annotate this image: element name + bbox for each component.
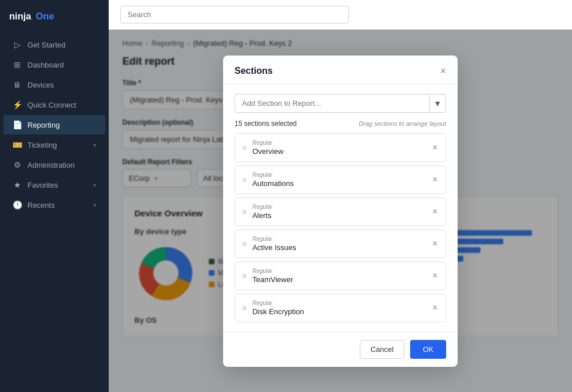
modal-close-button[interactable]: × xyxy=(440,66,446,76)
section-name: Alerts xyxy=(252,211,425,220)
modal-body: ▾ 15 sections selected Drag sections to … xyxy=(223,85,458,331)
section-type: Regular xyxy=(252,204,425,210)
sidebar-item-administration[interactable]: ⚙ Administration xyxy=(3,155,105,175)
section-list-item: ≡ Regular Active Issues × xyxy=(235,229,446,258)
section-info: Regular TeamViewer xyxy=(252,268,425,284)
section-type: Regular xyxy=(252,236,425,242)
get-started-icon: ▷ xyxy=(13,40,22,49)
section-remove-button[interactable]: × xyxy=(431,142,439,153)
sidebar-item-favorites[interactable]: ★ Favorites ▾ xyxy=(3,175,105,195)
dashboard-icon: ⊞ xyxy=(13,60,22,69)
section-info: Regular Alerts xyxy=(252,204,425,220)
administration-icon: ⚙ xyxy=(13,160,22,169)
section-info: Regular Active Issues xyxy=(252,236,425,252)
section-name: Automations xyxy=(252,179,425,188)
section-list-item: ≡ Regular Automations × xyxy=(235,165,446,194)
sidebar-item-label: Recents xyxy=(27,201,55,209)
modal-footer: Cancel OK xyxy=(223,331,458,367)
sidebar-nav: ▷ Get Started ⊞ Dashboard 🖥 Devices ⚡ Qu… xyxy=(0,32,109,392)
modal-title: Sections xyxy=(235,66,273,76)
section-remove-button[interactable]: × xyxy=(431,302,439,314)
section-remove-button[interactable]: × xyxy=(431,206,439,217)
drag-handle-icon[interactable]: ≡ xyxy=(242,143,247,152)
section-list-item: ≡ Regular TeamViewer × xyxy=(235,262,446,290)
section-info: Regular Disk Encryption xyxy=(252,300,425,316)
topbar xyxy=(109,0,572,30)
devices-icon: 🖥 xyxy=(13,80,22,89)
sidebar-item-label: Favorites xyxy=(27,181,58,189)
sections-count: 15 sections selected xyxy=(235,120,297,128)
favorites-icon: ★ xyxy=(13,180,22,189)
section-remove-button[interactable]: × xyxy=(431,174,439,185)
drag-handle-icon[interactable]: ≡ xyxy=(242,239,247,248)
quick-connect-icon: ⚡ xyxy=(13,100,22,109)
reporting-icon: 📄 xyxy=(13,120,22,129)
sidebar-item-label: Devices xyxy=(27,81,54,89)
section-type: Regular xyxy=(252,300,425,306)
drag-handle-icon[interactable]: ≡ xyxy=(242,271,247,280)
section-type: Regular xyxy=(252,172,425,178)
modal-header: Sections × xyxy=(223,56,458,85)
add-section-chevron-icon: ▾ xyxy=(435,98,440,109)
logo: ninja One xyxy=(0,0,109,32)
sidebar-item-label: Reporting xyxy=(27,121,59,129)
sidebar-item-devices[interactable]: 🖥 Devices xyxy=(3,75,105,94)
recents-chevron-icon: ▾ xyxy=(93,202,96,208)
sidebar-item-label: Get Started xyxy=(27,41,65,49)
svg-text:One: One xyxy=(36,11,54,21)
add-section-input[interactable] xyxy=(235,94,430,113)
section-name: Disk Encryption xyxy=(252,307,425,316)
section-list-item: ≡ Regular Alerts × xyxy=(235,197,446,226)
sidebar-item-recents[interactable]: 🕐 Recents ▾ xyxy=(3,195,105,215)
drag-handle-icon[interactable]: ≡ xyxy=(242,175,247,184)
section-type: Regular xyxy=(252,268,425,274)
section-remove-button[interactable]: × xyxy=(431,270,439,282)
section-name: TeamViewer xyxy=(252,275,425,284)
sidebar-item-quick-connect[interactable]: ⚡ Quick Connect xyxy=(3,95,105,114)
sidebar-item-label: Administration xyxy=(27,161,74,169)
modal-overlay: Sections × ▾ 15 sections selected xyxy=(109,30,572,392)
section-info: Regular Automations xyxy=(252,172,425,188)
favorites-chevron-icon: ▾ xyxy=(93,182,96,188)
drag-handle-icon[interactable]: ≡ xyxy=(242,207,247,216)
add-section-dropdown-button[interactable]: ▾ xyxy=(430,94,446,113)
ticketing-icon: 🎫 xyxy=(13,140,22,149)
add-section-row: ▾ xyxy=(235,94,446,113)
section-name: Overview xyxy=(252,147,425,156)
section-list-item: ≡ Regular Overview × xyxy=(235,133,446,162)
sidebar-item-get-started[interactable]: ▷ Get Started xyxy=(3,35,105,54)
sidebar-item-dashboard[interactable]: ⊞ Dashboard xyxy=(3,55,105,74)
sidebar: ninja One ▷ Get Started ⊞ Dashboard 🖥 De… xyxy=(0,0,109,392)
sections-modal: Sections × ▾ 15 sections selected xyxy=(223,56,458,367)
sidebar-item-label: Ticketing xyxy=(27,141,57,149)
ticketing-chevron-icon: ▾ xyxy=(93,142,96,148)
sections-list: ≡ Regular Overview × ≡ Regular Automatio… xyxy=(235,133,446,322)
sidebar-item-reporting[interactable]: 📄 Reporting xyxy=(3,115,105,134)
sections-hint: Drag sections to arrange layout xyxy=(359,120,446,127)
cancel-button[interactable]: Cancel xyxy=(360,340,404,359)
section-info: Regular Overview xyxy=(252,140,425,156)
section-list-item: ≡ Regular Disk Encryption × xyxy=(235,294,446,322)
sections-meta: 15 sections selected Drag sections to ar… xyxy=(235,120,446,128)
main-content: Home › Reporting › (Migrated) Reg - Prod… xyxy=(109,0,572,392)
sidebar-item-label: Quick Connect xyxy=(27,101,76,109)
ok-button[interactable]: OK xyxy=(410,340,446,359)
search-input[interactable] xyxy=(120,6,349,23)
recents-icon: 🕐 xyxy=(13,200,22,209)
drag-handle-icon[interactable]: ≡ xyxy=(242,303,247,312)
section-remove-button[interactable]: × xyxy=(431,238,439,250)
section-type: Regular xyxy=(252,140,425,146)
content-area: Home › Reporting › (Migrated) Reg - Prod… xyxy=(109,30,572,392)
svg-text:ninja: ninja xyxy=(9,11,31,21)
section-name: Active Issues xyxy=(252,243,425,252)
sidebar-item-ticketing[interactable]: 🎫 Ticketing ▾ xyxy=(3,135,105,155)
sidebar-item-label: Dashboard xyxy=(27,61,64,69)
